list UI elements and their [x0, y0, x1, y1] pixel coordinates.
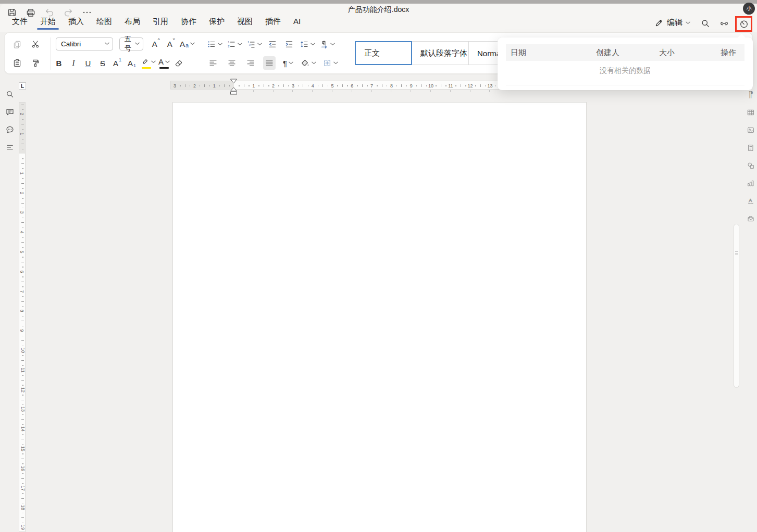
titlebar: 产品功能介绍.docx 小 文件开始插入绘图布局引用协作保护视图插件AI 编辑	[0, 4, 757, 32]
italic-button[interactable]: I	[67, 56, 80, 70]
vertical-scrollbar[interactable]	[734, 224, 739, 388]
chart-icon	[747, 179, 755, 187]
menu-tab-5[interactable]: 引用	[153, 17, 168, 31]
insert-shape-icon[interactable]	[745, 160, 756, 171]
insert-textbox-icon[interactable]	[745, 142, 756, 154]
copy-button[interactable]	[11, 37, 23, 51]
outline-icon[interactable]	[3, 141, 17, 154]
edit-mode-label: 编辑	[667, 18, 682, 28]
align-left-button[interactable]	[207, 56, 219, 70]
chat-icon	[5, 125, 15, 134]
wordart-icon[interactable]	[745, 195, 756, 207]
font-color-button[interactable]: A	[158, 56, 170, 70]
outdent-icon	[268, 40, 277, 49]
paragraph-mark-icon[interactable]: ¶	[745, 89, 756, 100]
chevron-down-icon	[135, 42, 140, 45]
change-case-button-glyph: A	[180, 40, 185, 48]
shrink-font-button-glyph: A	[167, 40, 172, 48]
style-item-1[interactable]: 默认段落字体	[412, 41, 469, 65]
change-case-button[interactable]: Aa	[180, 37, 195, 50]
line-spacing-button[interactable]	[300, 37, 315, 51]
subscript-button[interactable]: A1	[126, 56, 138, 70]
paste-icon	[13, 58, 22, 68]
font-size-select[interactable]: 五号	[119, 37, 143, 50]
indent-icon	[284, 40, 294, 49]
styles-gallery: 正文默认段落字体Normal	[355, 41, 518, 65]
text-highlight-button-colorbar	[142, 67, 151, 69]
insert-table-icon[interactable]	[745, 107, 756, 118]
strikethrough-button[interactable]: S	[96, 56, 109, 70]
paste-button[interactable]	[11, 56, 23, 70]
chevron-down-icon	[105, 42, 109, 45]
history-col-2: 大小	[654, 48, 702, 58]
menu-tab-0[interactable]: 文件	[12, 17, 28, 31]
justify-button[interactable]	[263, 56, 276, 70]
vertical-ruler: 2112345678910111213141516171819	[19, 102, 26, 532]
shading-button[interactable]	[301, 56, 316, 70]
paragraph-direction-button[interactable]	[319, 37, 335, 51]
search-button[interactable]	[699, 17, 712, 30]
numbered-list-button[interactable]	[227, 37, 242, 51]
menu-tab-3[interactable]: 绘图	[96, 17, 112, 31]
shading-icon	[301, 58, 310, 68]
font-family-select[interactable]: Calibri	[56, 37, 113, 50]
show-marks-button[interactable]: ¶	[282, 56, 294, 70]
menu-tab-9[interactable]: 插件	[265, 17, 281, 31]
cut-button[interactable]	[29, 37, 42, 51]
chevron-down-icon	[311, 43, 315, 46]
insert-chart-icon[interactable]	[745, 178, 756, 189]
menu-tab-10[interactable]: AI	[293, 17, 301, 31]
shrink-font-button-modifier: ˇ	[173, 38, 175, 44]
menu-tab-4[interactable]: 布局	[125, 17, 140, 31]
comments-icon[interactable]	[3, 105, 17, 119]
menu-tabs: 文件开始插入绘图布局引用协作保护视图插件AI	[12, 17, 301, 31]
highlight-icon	[140, 57, 150, 67]
menu-tab-6[interactable]: 协作	[181, 17, 196, 31]
increase-indent-button[interactable]	[283, 37, 295, 51]
image-icon	[747, 126, 755, 134]
avatar[interactable]: 小	[743, 3, 755, 15]
history-divider	[506, 85, 744, 85]
share-link-button[interactable]	[718, 17, 730, 30]
borders-icon	[322, 58, 332, 68]
chevron-down-icon	[165, 60, 170, 64]
align-center-button[interactable]	[226, 56, 238, 70]
find-icon[interactable]	[3, 87, 17, 101]
mail-icon[interactable]	[745, 213, 756, 224]
document-title: 产品功能介绍.docx	[0, 5, 757, 15]
text-highlight-button[interactable]	[140, 56, 156, 70]
insert-image-icon[interactable]	[745, 124, 756, 136]
menu-tab-2[interactable]: 插入	[68, 17, 84, 31]
menu-tab-8[interactable]: 视图	[237, 17, 253, 31]
history-col-0: 日期	[506, 48, 592, 58]
document-page[interactable]	[172, 102, 587, 532]
grow-font-button[interactable]: Aˆ	[150, 37, 162, 50]
superscript-button[interactable]: A1	[111, 56, 123, 70]
clear-format-button[interactable]	[172, 56, 185, 70]
shrink-font-button[interactable]: Aˇ	[165, 37, 177, 50]
version-history-button[interactable]	[735, 16, 752, 32]
borders-button[interactable]	[322, 56, 338, 70]
eraser-icon	[174, 58, 183, 68]
shapes-icon	[747, 161, 755, 170]
align-right-button[interactable]	[244, 56, 257, 70]
bold-button[interactable]: B	[53, 56, 65, 70]
search-icon	[5, 90, 15, 99]
tab-stop-selector[interactable]: L	[19, 82, 26, 90]
format-painter-button[interactable]	[29, 56, 42, 70]
edit-mode-button[interactable]: 编辑	[654, 18, 690, 28]
scrollbar-grip	[735, 251, 738, 256]
grow-font-button-glyph: A	[152, 40, 157, 48]
multilevel-list-button[interactable]	[246, 37, 262, 51]
style-item-0[interactable]: 正文	[355, 41, 412, 65]
indent-marker[interactable]	[230, 79, 238, 95]
chevron-down-icon	[151, 60, 156, 64]
decrease-indent-button[interactable]	[266, 37, 279, 51]
underline-button[interactable]: U	[82, 56, 94, 70]
font-family-value: Calibri	[61, 40, 105, 48]
menu-tab-7[interactable]: 保护	[209, 17, 225, 31]
textbox-icon	[747, 144, 755, 152]
menu-tab-1[interactable]: 开始	[40, 17, 56, 31]
chat-icon[interactable]	[3, 123, 17, 136]
bullet-list-button[interactable]	[207, 37, 222, 51]
